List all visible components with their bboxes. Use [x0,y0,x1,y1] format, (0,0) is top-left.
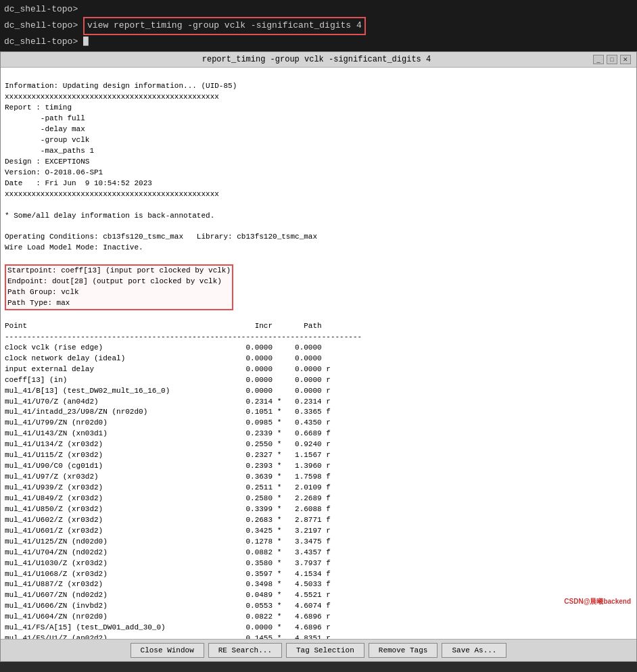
terminal-cmd-highlighted: view report_timing -group vclk -signific… [83,17,366,35]
report-window: report_timing -group vclk -significant_d… [0,51,637,662]
remove-tags-button[interactable]: Remove Tags [369,643,438,658]
info-line: Information: Updating design information… [5,82,237,90]
report-scroll[interactable]: Information: Updating design information… [1,68,636,639]
terminal-prompt-1: dc_shell-topo> [4,3,83,17]
close-button[interactable]: ✕ [620,55,631,64]
startpoint-block: Startpoint: coeff[13] (input port clocke… [5,264,233,310]
terminal-line-2: dc_shell-topo> view report_timing -group… [4,17,633,35]
terminal-prompt-3: dc_shell-topo> [4,35,83,49]
terminal-line-3: dc_shell-topo> █ [4,35,633,49]
save-as-button[interactable]: Save As... [442,643,506,658]
report-content: Information: Updating design information… [1,68,636,639]
report-area: Information: Updating design information… [1,68,636,639]
close-window-button[interactable]: Close Window [131,643,204,658]
re-search-button[interactable]: RE Search... [208,643,282,658]
timing-table: Point Incr Path ------------------------… [5,322,362,639]
terminal-cursor: █ [83,35,89,49]
terminal-area: dc_shell-topo> dc_shell-topo> view repor… [0,0,637,51]
title-bar: report_timing -group vclk -significant_d… [1,52,636,68]
window-controls: _ □ ✕ [593,55,631,64]
terminal-prompt-2: dc_shell-topo> [4,19,83,33]
terminal-line-1: dc_shell-topo> [4,3,633,17]
maximize-button[interactable]: □ [607,55,617,64]
minimize-button[interactable]: _ [593,55,604,64]
report-header: xxxxxxxxxxxxxxxxxxxxxxxxxxxxxxxxxxxxxxxx… [5,93,317,251]
toolbar: Close Window RE Search... Tag Selection … [1,639,636,661]
window-title: report_timing -group vclk -significant_d… [40,55,593,64]
tag-selection-button[interactable]: Tag Selection [286,643,364,658]
watermark: CSDN@晨曦backend [564,597,631,606]
